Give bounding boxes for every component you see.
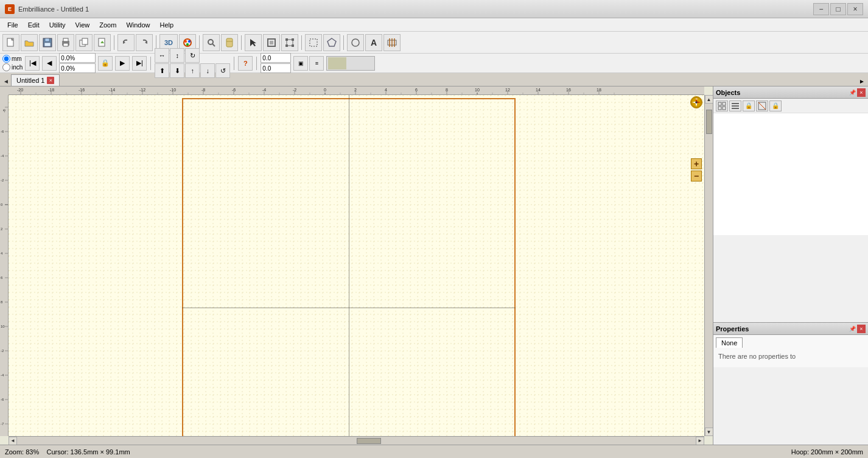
step-forward-button[interactable]: ▶	[115, 56, 130, 71]
scroll-thumb-h[interactable]	[357, 438, 381, 444]
menu-utility[interactable]: Utility	[44, 20, 71, 30]
obj-lock-button[interactable]: 🔒	[743, 100, 755, 111]
svg-text:-2: -2	[293, 88, 296, 92]
unit-inch-radio[interactable]	[2, 63, 10, 71]
svg-rect-37	[0, 86, 9, 95]
menu-edit[interactable]: Edit	[23, 20, 44, 30]
select-button[interactable]	[245, 34, 262, 51]
open-button[interactable]	[21, 34, 38, 51]
lock-aspect-button[interactable]: 🔒	[98, 56, 113, 71]
svg-text:4: 4	[385, 88, 387, 92]
unit-mm-radio[interactable]	[2, 55, 10, 63]
svg-rect-144	[723, 107, 726, 110]
tab-close-button[interactable]: ×	[47, 77, 54, 84]
jump-end-button[interactable]: ▶|	[132, 56, 147, 71]
canvas-container[interactable]: -20 -18 -16 -14 -12 -10 -8 -6 -4	[0, 86, 713, 445]
svg-rect-28	[285, 44, 288, 47]
objects-close-button[interactable]: ×	[857, 88, 866, 97]
print-button[interactable]	[57, 34, 74, 51]
flip-h-button[interactable]: ↔	[155, 48, 169, 63]
canvas-area[interactable]	[9, 95, 704, 436]
jump-start-button[interactable]: |◀	[25, 56, 40, 71]
minimize-button[interactable]: −	[813, 3, 829, 15]
crosshair-vertical	[349, 95, 349, 436]
svg-text:0: 0	[324, 88, 326, 92]
svg-text:-4: -4	[1, 373, 4, 377]
main-area: -20 -18 -16 -14 -12 -10 -8 -6 -4	[0, 86, 868, 445]
stitch-inc-button[interactable]: ↑	[185, 63, 200, 78]
scale-x-input[interactable]	[261, 53, 291, 63]
scale-up-button[interactable]: ⬆	[155, 63, 169, 78]
svg-rect-99	[0, 95, 9, 436]
scroll-up-button[interactable]: ▲	[705, 95, 713, 104]
scroll-left-button[interactable]: ◄	[9, 437, 17, 445]
stitch2-button[interactable]	[383, 34, 401, 51]
properties-no-props-text: There are no properties to	[716, 348, 866, 365]
scale-y-input[interactable]	[261, 63, 291, 73]
properties-tab-none[interactable]: None	[716, 337, 743, 348]
close-button[interactable]: ×	[847, 3, 863, 15]
stitch-button[interactable]	[323, 34, 340, 51]
hoop-btn[interactable]: ▣	[293, 56, 308, 71]
maximize-button[interactable]: □	[830, 3, 846, 15]
help-button[interactable]: ?	[238, 56, 253, 71]
rotate-button[interactable]	[281, 34, 298, 51]
menu-window[interactable]: Window	[121, 20, 155, 30]
properties-pin-button[interactable]: 📌	[849, 326, 856, 332]
zoom-in-button[interactable]: +	[691, 158, 702, 169]
tab-next-button[interactable]: ►	[858, 76, 866, 86]
scroll-thumb-v[interactable]	[706, 110, 712, 134]
rotate-ccw-button[interactable]: ↺	[215, 63, 230, 78]
obj-lock2-button[interactable]: 🔒	[769, 100, 782, 111]
crosshair-horizontal	[182, 308, 516, 308]
obj-list-button[interactable]	[729, 100, 741, 111]
svg-line-149	[758, 102, 766, 110]
zoom-out-button[interactable]: −	[691, 171, 702, 181]
svg-text:-6: -6	[1, 398, 4, 401]
new-button[interactable]	[2, 34, 19, 51]
tab-untitled1[interactable]: Untitled 1 ×	[11, 74, 60, 86]
svg-text:12: 12	[505, 88, 510, 92]
select3-button[interactable]	[305, 34, 322, 51]
text-button[interactable]: A	[365, 34, 382, 51]
duplicate-button[interactable]	[75, 34, 93, 51]
y-input[interactable]	[59, 63, 96, 73]
list-btn[interactable]: ≡	[309, 56, 324, 71]
svg-text:14: 14	[536, 88, 541, 92]
menu-file[interactable]: File	[2, 20, 23, 30]
menu-zoom[interactable]: Zoom	[94, 20, 121, 30]
properties-content: None There are no properties to	[713, 335, 868, 367]
compass-controls: N + −	[690, 96, 703, 181]
objects-toolbar: 🔒 🔒	[713, 99, 868, 113]
rotate-cw-button[interactable]: ↻	[185, 48, 200, 63]
obj-visibility-button[interactable]	[756, 100, 768, 111]
export-button[interactable]	[94, 34, 111, 51]
unit-mm-label[interactable]: mm	[2, 55, 23, 63]
redo-button[interactable]	[136, 34, 153, 51]
count-display: ▣ ≡	[293, 56, 324, 71]
undo-button[interactable]	[117, 34, 135, 51]
menu-view[interactable]: View	[71, 20, 95, 30]
step-back-button[interactable]: ◀	[42, 56, 57, 71]
scroll-right-button[interactable]: ►	[696, 437, 704, 445]
svg-rect-30	[310, 39, 317, 46]
scroll-track-h	[17, 437, 696, 445]
obj-group-button[interactable]	[716, 100, 728, 111]
unit-inch-label[interactable]: inch	[2, 63, 23, 71]
objects-pin-button[interactable]: 📌	[849, 90, 856, 96]
save-button[interactable]	[39, 34, 56, 51]
scale-down-button[interactable]: ⬇	[170, 63, 184, 78]
tab-bar: ◄ Untitled 1 × ►	[0, 73, 868, 86]
mirror-buttons: ↔ ↕ ↻ ⬆ ⬇ ↑ ↓ ↺	[155, 48, 230, 78]
svg-text:8: 8	[446, 88, 448, 92]
properties-close-button[interactable]: ×	[857, 325, 866, 333]
hoop-select-button[interactable]	[263, 34, 280, 51]
menu-help[interactable]: Help	[155, 20, 179, 30]
tab-prev-button[interactable]: ◄	[2, 76, 10, 86]
svg-point-15	[184, 40, 187, 43]
x-input[interactable]	[59, 53, 96, 63]
scroll-down-button[interactable]: ▼	[705, 428, 713, 436]
circle-tool-button[interactable]	[347, 34, 364, 51]
flip-v-button[interactable]: ↕	[170, 48, 184, 63]
stitch-dec-button[interactable]: ↓	[200, 63, 215, 78]
